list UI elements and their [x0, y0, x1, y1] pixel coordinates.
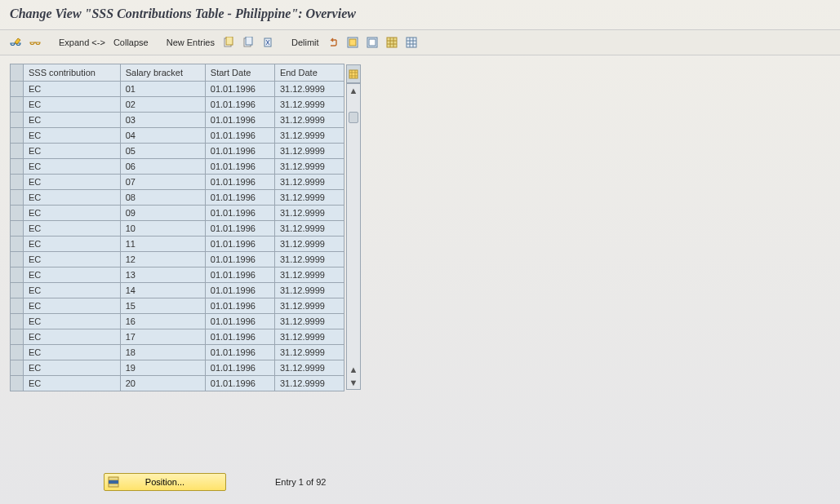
cell-salary-bracket[interactable]: 12 — [120, 252, 205, 267]
cell-end-date[interactable]: 31.12.9999 — [274, 329, 344, 345]
cell-end-date[interactable]: 31.12.9999 — [274, 345, 344, 360]
cell-contribution[interactable]: EC — [24, 252, 121, 267]
scroll-down-icon[interactable]: ▲ — [347, 363, 360, 376]
cell-salary-bracket[interactable]: 10 — [120, 221, 205, 237]
cell-start-date[interactable]: 01.01.1996 — [205, 237, 274, 252]
cell-contribution[interactable]: EC — [24, 206, 121, 221]
cell-contribution[interactable]: EC — [24, 237, 121, 252]
delete-icon[interactable] — [260, 35, 275, 50]
cell-end-date[interactable]: 31.12.9999 — [274, 298, 344, 314]
cell-end-date[interactable]: 31.12.9999 — [274, 128, 344, 144]
cell-end-date[interactable]: 31.12.9999 — [274, 113, 344, 128]
cell-start-date[interactable]: 01.01.1996 — [205, 252, 274, 267]
scroll-bottom-icon[interactable]: ▼ — [347, 376, 360, 389]
cell-contribution[interactable]: EC — [24, 190, 121, 206]
collapse-button[interactable]: Collapse — [112, 38, 150, 47]
cell-start-date[interactable]: 01.01.1996 — [205, 144, 274, 159]
cell-contribution[interactable]: EC — [24, 314, 121, 329]
cell-contribution[interactable]: EC — [24, 128, 121, 144]
cell-end-date[interactable]: 31.12.9999 — [274, 252, 344, 267]
cell-start-date[interactable]: 01.01.1996 — [205, 298, 274, 314]
cell-start-date[interactable]: 01.01.1996 — [205, 113, 274, 128]
table-config-icon[interactable] — [346, 64, 361, 83]
print-icon[interactable] — [404, 35, 419, 50]
cell-salary-bracket[interactable]: 06 — [120, 159, 205, 175]
cell-start-date[interactable]: 01.01.1996 — [205, 360, 274, 376]
cell-salary-bracket[interactable]: 20 — [120, 376, 205, 391]
cell-end-date[interactable]: 31.12.9999 — [274, 144, 344, 159]
cell-contribution[interactable]: EC — [24, 345, 121, 360]
cell-end-date[interactable]: 31.12.9999 — [274, 190, 344, 206]
cell-start-date[interactable]: 01.01.1996 — [205, 175, 274, 190]
row-selector[interactable] — [11, 221, 24, 237]
cell-contribution[interactable]: EC — [24, 113, 121, 128]
vertical-scrollbar[interactable]: ▲ ▲ ▼ — [346, 83, 361, 390]
row-selector[interactable] — [11, 376, 24, 391]
cell-end-date[interactable]: 31.12.9999 — [274, 360, 344, 376]
cell-salary-bracket[interactable]: 18 — [120, 345, 205, 360]
glasses-icon[interactable] — [28, 35, 42, 50]
row-selector[interactable] — [11, 283, 24, 298]
cell-start-date[interactable]: 01.01.1996 — [205, 267, 274, 283]
select-all-icon[interactable] — [345, 35, 360, 50]
row-selector[interactable] — [11, 329, 24, 345]
cell-contribution[interactable]: EC — [24, 329, 121, 345]
cell-end-date[interactable]: 31.12.9999 — [274, 159, 344, 175]
expand-button[interactable]: Expand <-> — [57, 38, 107, 47]
deselect-all-icon[interactable] — [365, 35, 380, 50]
cell-start-date[interactable]: 01.01.1996 — [205, 159, 274, 175]
cell-end-date[interactable]: 31.12.9999 — [274, 221, 344, 237]
undo-icon[interactable] — [326, 35, 340, 50]
row-selector[interactable] — [11, 360, 24, 376]
cell-salary-bracket[interactable]: 09 — [120, 206, 205, 221]
cell-contribution[interactable]: EC — [24, 283, 121, 298]
row-selector[interactable] — [11, 190, 24, 206]
cell-salary-bracket[interactable]: 07 — [120, 175, 205, 190]
cell-salary-bracket[interactable]: 01 — [120, 82, 205, 97]
cell-salary-bracket[interactable]: 04 — [120, 128, 205, 144]
cell-start-date[interactable]: 01.01.1996 — [205, 376, 274, 391]
row-selector[interactable] — [11, 113, 24, 128]
cell-salary-bracket[interactable]: 17 — [120, 329, 205, 345]
cell-salary-bracket[interactable]: 19 — [120, 360, 205, 376]
cell-contribution[interactable]: EC — [24, 159, 121, 175]
cell-end-date[interactable]: 31.12.9999 — [274, 82, 344, 97]
scroll-up-icon[interactable]: ▲ — [347, 84, 360, 97]
row-selector[interactable] — [11, 345, 24, 360]
cell-start-date[interactable]: 01.01.1996 — [205, 283, 274, 298]
cell-contribution[interactable]: EC — [24, 267, 121, 283]
cell-salary-bracket[interactable]: 08 — [120, 190, 205, 206]
cell-end-date[interactable]: 31.12.9999 — [274, 97, 344, 113]
cell-end-date[interactable]: 31.12.9999 — [274, 206, 344, 221]
cell-salary-bracket[interactable]: 16 — [120, 314, 205, 329]
scroll-thumb[interactable] — [349, 112, 358, 123]
cell-start-date[interactable]: 01.01.1996 — [205, 190, 274, 206]
scroll-track[interactable] — [347, 97, 360, 363]
cell-end-date[interactable]: 31.12.9999 — [274, 314, 344, 329]
cell-start-date[interactable]: 01.01.1996 — [205, 97, 274, 113]
row-selector[interactable] — [11, 159, 24, 175]
row-selector[interactable] — [11, 237, 24, 252]
cell-start-date[interactable]: 01.01.1996 — [205, 329, 274, 345]
cell-salary-bracket[interactable]: 15 — [120, 298, 205, 314]
row-selector[interactable] — [11, 82, 24, 97]
cell-salary-bracket[interactable]: 11 — [120, 237, 205, 252]
cell-start-date[interactable]: 01.01.1996 — [205, 345, 274, 360]
cell-contribution[interactable]: EC — [24, 82, 121, 97]
row-selector[interactable] — [11, 175, 24, 190]
cell-contribution[interactable]: EC — [24, 97, 121, 113]
delimit-button[interactable]: Delimit — [290, 38, 321, 47]
cell-contribution[interactable]: EC — [24, 175, 121, 190]
cell-end-date[interactable]: 31.12.9999 — [274, 283, 344, 298]
row-selector[interactable] — [11, 314, 24, 329]
row-selector[interactable] — [11, 97, 24, 113]
row-selector[interactable] — [11, 128, 24, 144]
col-end-date[interactable]: End Date — [274, 64, 344, 82]
row-selector[interactable] — [11, 144, 24, 159]
cell-end-date[interactable]: 31.12.9999 — [274, 267, 344, 283]
new-entries-button[interactable]: New Entries — [165, 38, 216, 47]
cell-end-date[interactable]: 31.12.9999 — [274, 376, 344, 391]
cell-start-date[interactable]: 01.01.1996 — [205, 221, 274, 237]
cell-end-date[interactable]: 31.12.9999 — [274, 175, 344, 190]
cell-contribution[interactable]: EC — [24, 298, 121, 314]
